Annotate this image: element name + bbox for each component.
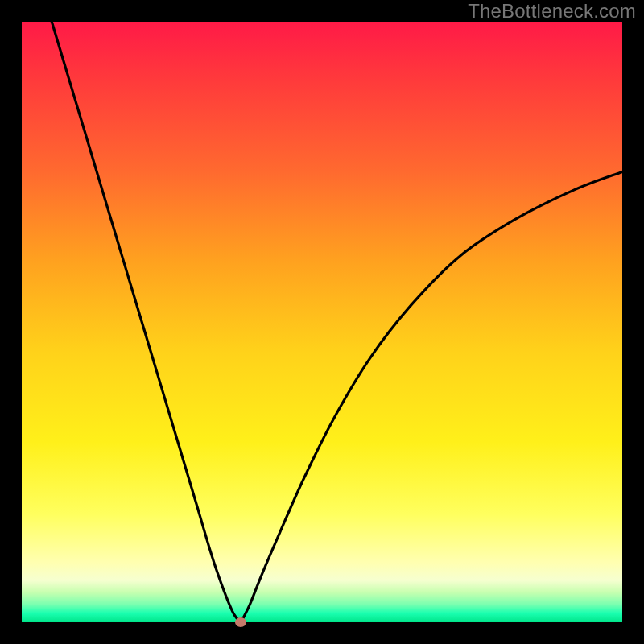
watermark-text: TheBottleneck.com — [468, 0, 636, 23]
optimum-marker — [235, 617, 246, 627]
chart-frame: TheBottleneck.com — [0, 0, 644, 644]
bottleneck-curve — [22, 22, 622, 622]
curve-path — [52, 22, 622, 622]
